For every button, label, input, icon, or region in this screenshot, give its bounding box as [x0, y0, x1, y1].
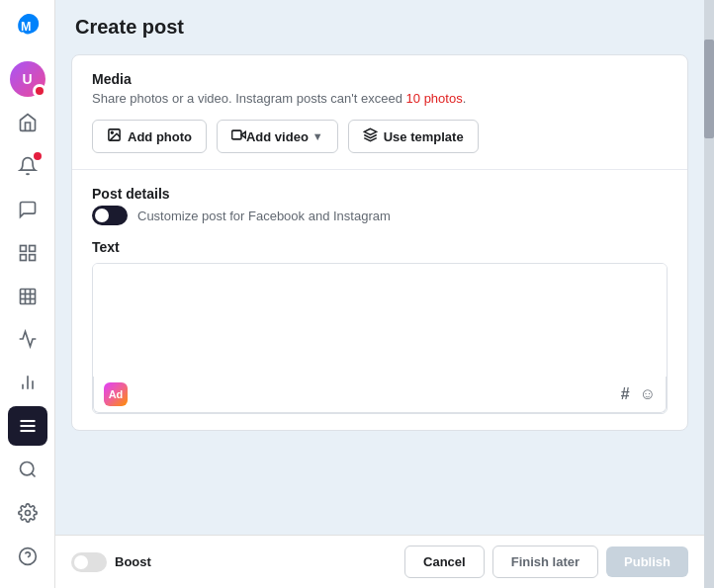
boost-label: Boost: [115, 554, 151, 569]
toggle-knob: [95, 209, 109, 222]
add-video-icon: [231, 127, 246, 145]
media-subtitle-normal: Share photos or a video. Instagram posts…: [92, 91, 406, 106]
add-photo-icon: [107, 127, 122, 145]
customize-toggle-row: Customize post for Facebook and Instagra…: [92, 206, 668, 225]
boost-toggle-knob: [74, 555, 88, 569]
sidebar-item-settings[interactable]: [8, 493, 47, 533]
media-section-title: Media: [92, 71, 668, 87]
sidebar-item-create[interactable]: [8, 406, 47, 446]
svg-rect-2: [29, 245, 35, 251]
text-area-actions: # ☺: [621, 385, 656, 403]
sidebar-item-messages[interactable]: [8, 190, 47, 229]
media-subtitle-end: .: [463, 91, 467, 106]
hashtag-icon[interactable]: #: [621, 385, 630, 403]
scrollbar-thumb[interactable]: [704, 40, 714, 138]
customize-toggle[interactable]: [92, 206, 128, 225]
main-content: Create post Media Share photos or a vide…: [55, 0, 704, 588]
sidebar-item-search[interactable]: [8, 450, 47, 489]
svg-rect-24: [232, 130, 241, 139]
svg-line-17: [31, 473, 35, 477]
media-section: Media Share photos or a video. Instagram…: [72, 55, 687, 170]
sidebar-item-ads[interactable]: [8, 320, 47, 360]
sidebar-item-table[interactable]: [8, 277, 47, 316]
svg-point-22: [111, 131, 113, 133]
create-post-card: Media Share photos or a video. Instagram…: [71, 54, 688, 431]
ai-icon-label: Ad: [109, 388, 124, 400]
page-title: Create post: [75, 16, 684, 39]
svg-rect-5: [20, 289, 35, 303]
post-details-title: Post details: [92, 186, 668, 202]
sidebar-item-notifications[interactable]: [8, 146, 47, 186]
profile-badge: [33, 84, 46, 98]
scrollbar[interactable]: [704, 0, 714, 588]
add-video-label: Add video: [246, 129, 309, 144]
sidebar-item-home[interactable]: [8, 103, 47, 142]
bottom-bar: Boost Cancel Finish later Publish: [55, 535, 704, 588]
sidebar-profile[interactable]: U: [8, 59, 47, 99]
publish-button[interactable]: Publish: [606, 546, 688, 577]
text-area-footer: Ad # ☺: [93, 377, 667, 413]
finish-later-button[interactable]: Finish later: [492, 546, 598, 578]
use-template-button[interactable]: Use template: [348, 120, 479, 153]
add-photo-label: Add photo: [128, 129, 192, 144]
use-template-icon: [363, 127, 378, 145]
media-subtitle-limit: 10 photos: [406, 91, 463, 106]
text-input[interactable]: [93, 264, 667, 373]
use-template-label: Use template: [384, 129, 464, 144]
content-area: Media Share photos or a video. Instagram…: [55, 46, 704, 535]
profile-avatar: U: [10, 61, 45, 97]
ai-icon[interactable]: Ad: [104, 382, 128, 406]
svg-point-16: [20, 462, 33, 475]
media-buttons: Add photo Add video ▼: [92, 120, 668, 153]
emoji-icon[interactable]: ☺: [640, 385, 656, 403]
svg-rect-4: [20, 254, 26, 260]
sidebar: M U: [0, 0, 55, 588]
sidebar-item-help[interactable]: [8, 537, 47, 576]
media-subtitle: Share photos or a video. Instagram posts…: [92, 91, 668, 106]
boost-toggle[interactable]: [71, 552, 107, 572]
meta-logo[interactable]: M: [14, 12, 42, 43]
cancel-button[interactable]: Cancel: [404, 546, 485, 578]
svg-rect-3: [29, 254, 35, 260]
bottom-actions: Cancel Finish later Publish: [404, 546, 688, 578]
add-photo-button[interactable]: Add photo: [92, 120, 207, 153]
add-video-caret-icon: ▼: [312, 130, 323, 142]
svg-text:M: M: [21, 20, 32, 34]
text-field-label: Text: [92, 239, 668, 255]
boost-row: Boost: [71, 552, 151, 572]
svg-rect-1: [20, 245, 26, 251]
post-details-section: Post details Customize post for Facebook…: [72, 170, 687, 430]
text-area-wrapper: Ad # ☺: [92, 263, 668, 414]
add-video-button[interactable]: Add video ▼: [217, 120, 338, 153]
customize-toggle-label: Customize post for Facebook and Instagra…: [137, 209, 391, 223]
page-header: Create post: [55, 0, 704, 46]
svg-point-18: [25, 511, 30, 516]
sidebar-item-analytics[interactable]: [8, 363, 47, 402]
sidebar-item-posts[interactable]: [8, 233, 47, 273]
